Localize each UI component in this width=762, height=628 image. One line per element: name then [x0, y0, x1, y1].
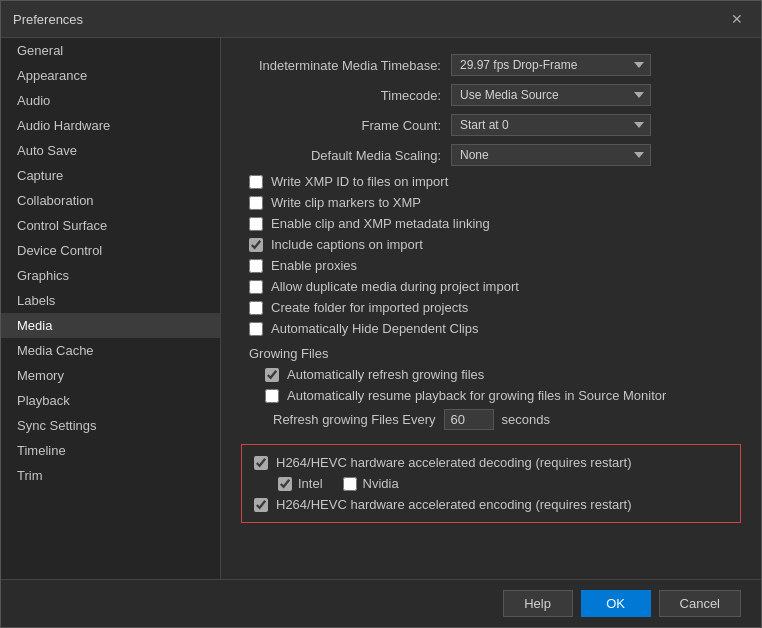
growing-checkbox-1[interactable]	[265, 389, 279, 403]
growing-checkbox-0[interactable]	[265, 368, 279, 382]
sub-hardware-row: Intel Nvidia	[254, 476, 728, 491]
frame-count-label: Frame Count:	[241, 118, 451, 133]
checkbox-4[interactable]	[249, 259, 263, 273]
indeterminate-label: Indeterminate Media Timebase:	[241, 58, 451, 73]
checkbox-label-6: Create folder for imported projects	[271, 300, 468, 315]
default-scaling-row: Default Media Scaling: None	[241, 144, 741, 166]
growing-files-label: Growing Files	[249, 346, 741, 361]
checkbox-row: Create folder for imported projects	[241, 300, 741, 315]
checkbox-row: Allow duplicate media during project imp…	[241, 279, 741, 294]
growing-checkbox-label-0: Automatically refresh growing files	[287, 367, 484, 382]
encoding-label: H264/HEVC hardware accelerated encoding …	[276, 497, 632, 512]
checkbox-5[interactable]	[249, 280, 263, 294]
sidebar-item-appearance[interactable]: Appearance	[1, 63, 220, 88]
checkbox-label-3: Include captions on import	[271, 237, 423, 252]
nvidia-option: Nvidia	[343, 476, 399, 491]
checkbox-label-0: Write XMP ID to files on import	[271, 174, 448, 189]
sidebar-item-auto-save[interactable]: Auto Save	[1, 138, 220, 163]
checkbox-2[interactable]	[249, 217, 263, 231]
sidebar-item-timeline[interactable]: Timeline	[1, 438, 220, 463]
growing-checkbox-row: Automatically resume playback for growin…	[241, 388, 741, 403]
checkbox-row: Automatically Hide Dependent Clips	[241, 321, 741, 336]
checkbox-6[interactable]	[249, 301, 263, 315]
sidebar-item-media-cache[interactable]: Media Cache	[1, 338, 220, 363]
growing-checkboxes-container: Automatically refresh growing filesAutom…	[241, 367, 741, 403]
refresh-unit: seconds	[502, 412, 550, 427]
checkbox-label-2: Enable clip and XMP metadata linking	[271, 216, 490, 231]
sidebar-item-collaboration[interactable]: Collaboration	[1, 188, 220, 213]
sidebar-item-general[interactable]: General	[1, 38, 220, 63]
checkbox-label-5: Allow duplicate media during project imp…	[271, 279, 519, 294]
checkbox-row: Enable proxies	[241, 258, 741, 273]
checkbox-row: Enable clip and XMP metadata linking	[241, 216, 741, 231]
sidebar-item-playback[interactable]: Playback	[1, 388, 220, 413]
growing-checkbox-row: Automatically refresh growing files	[241, 367, 741, 382]
checkbox-row: Include captions on import	[241, 237, 741, 252]
intel-label: Intel	[298, 476, 323, 491]
dialog-title: Preferences	[13, 12, 83, 27]
sidebar-item-capture[interactable]: Capture	[1, 163, 220, 188]
close-button[interactable]: ✕	[725, 9, 749, 29]
sidebar-item-trim[interactable]: Trim	[1, 463, 220, 488]
checkbox-0[interactable]	[249, 175, 263, 189]
checkbox-row: Write XMP ID to files on import	[241, 174, 741, 189]
main-panel: Indeterminate Media Timebase: 29.97 fps …	[221, 38, 761, 579]
checkbox-7[interactable]	[249, 322, 263, 336]
checkbox-label-1: Write clip markers to XMP	[271, 195, 421, 210]
encoding-checkbox[interactable]	[254, 498, 268, 512]
footer: Help OK Cancel	[1, 579, 761, 627]
checkbox-row: Write clip markers to XMP	[241, 195, 741, 210]
refresh-row: Refresh growing Files Every seconds	[241, 409, 741, 430]
indeterminate-row: Indeterminate Media Timebase: 29.97 fps …	[241, 54, 741, 76]
hardware-section: H264/HEVC hardware accelerated decoding …	[241, 444, 741, 523]
checkboxes-container: Write XMP ID to files on importWrite cli…	[241, 174, 741, 336]
intel-option: Intel	[278, 476, 323, 491]
cancel-button[interactable]: Cancel	[659, 590, 741, 617]
refresh-label: Refresh growing Files Every	[273, 412, 436, 427]
refresh-input[interactable]	[444, 409, 494, 430]
title-bar: Preferences ✕	[1, 1, 761, 38]
checkbox-3[interactable]	[249, 238, 263, 252]
sidebar-item-media[interactable]: Media	[1, 313, 220, 338]
sidebar-item-labels[interactable]: Labels	[1, 288, 220, 313]
sidebar-item-sync-settings[interactable]: Sync Settings	[1, 413, 220, 438]
default-scaling-select[interactable]: None	[451, 144, 651, 166]
encoding-row: H264/HEVC hardware accelerated encoding …	[254, 497, 728, 512]
sidebar: GeneralAppearanceAudioAudio HardwareAuto…	[1, 38, 221, 579]
growing-checkbox-label-1: Automatically resume playback for growin…	[287, 388, 666, 403]
preferences-dialog: Preferences ✕ GeneralAppearanceAudioAudi…	[0, 0, 762, 628]
checkbox-1[interactable]	[249, 196, 263, 210]
sidebar-item-device-control[interactable]: Device Control	[1, 238, 220, 263]
timecode-label: Timecode:	[241, 88, 451, 103]
sidebar-item-audio[interactable]: Audio	[1, 88, 220, 113]
decoding-row: H264/HEVC hardware accelerated decoding …	[254, 455, 728, 470]
decoding-checkbox[interactable]	[254, 456, 268, 470]
sidebar-item-graphics[interactable]: Graphics	[1, 263, 220, 288]
ok-button[interactable]: OK	[581, 590, 651, 617]
frame-count-row: Frame Count: Start at 0	[241, 114, 741, 136]
frame-count-select[interactable]: Start at 0	[451, 114, 651, 136]
checkbox-label-4: Enable proxies	[271, 258, 357, 273]
sidebar-item-control-surface[interactable]: Control Surface	[1, 213, 220, 238]
indeterminate-select[interactable]: 29.97 fps Drop-Frame	[451, 54, 651, 76]
sidebar-item-memory[interactable]: Memory	[1, 363, 220, 388]
checkbox-label-7: Automatically Hide Dependent Clips	[271, 321, 478, 336]
timecode-row: Timecode: Use Media Source	[241, 84, 741, 106]
timecode-select[interactable]: Use Media Source	[451, 84, 651, 106]
content-area: GeneralAppearanceAudioAudio HardwareAuto…	[1, 38, 761, 579]
intel-checkbox[interactable]	[278, 477, 292, 491]
nvidia-checkbox[interactable]	[343, 477, 357, 491]
help-button[interactable]: Help	[503, 590, 573, 617]
default-scaling-label: Default Media Scaling:	[241, 148, 451, 163]
decoding-label: H264/HEVC hardware accelerated decoding …	[276, 455, 632, 470]
sidebar-item-audio-hardware[interactable]: Audio Hardware	[1, 113, 220, 138]
nvidia-label: Nvidia	[363, 476, 399, 491]
